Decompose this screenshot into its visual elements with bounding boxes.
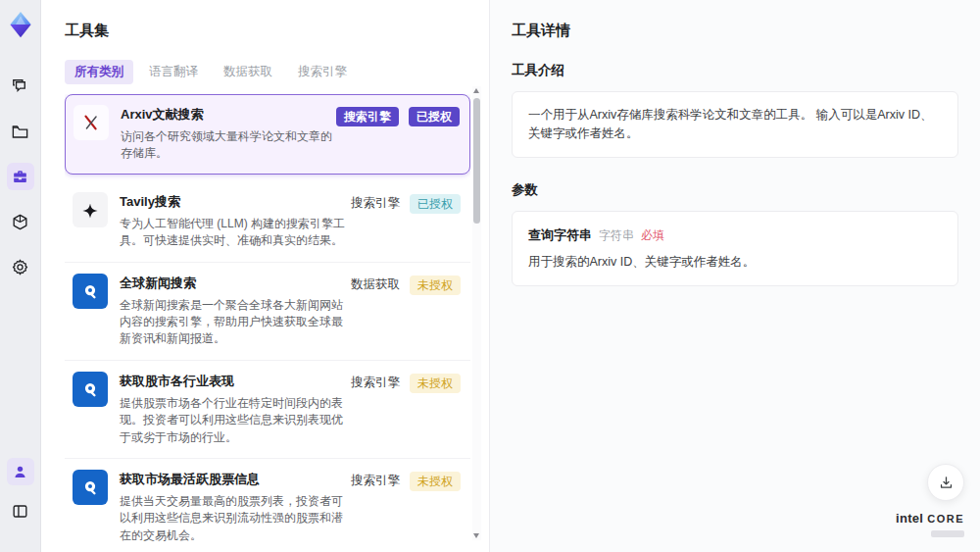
gear-icon[interactable] [7, 253, 34, 280]
app-window: 工具集 所有类别 语言翻译 数据获取 搜索引擎 Arxiv文献搜索 访问各个研究… [0, 0, 980, 552]
tab-all-categories[interactable]: 所有类别 [65, 60, 133, 84]
tool-text: 获取市场最活跃股票信息 提供当天交易量最高的股票列表，投资者可以利用这些信息来识… [120, 470, 351, 544]
tool-name: Tavily搜索 [120, 193, 351, 211]
folder-icon[interactable] [7, 118, 34, 145]
category-label: 搜索引擎 [351, 473, 400, 489]
core-brand-text: CORE [927, 513, 964, 525]
tool-item-global-news[interactable]: 全球新闻搜索 全球新闻搜索是一个聚合全球各大新闻网站内容的搜索引擎，帮助用户快速… [65, 263, 470, 361]
chat-icon[interactable] [7, 73, 34, 100]
param-name: 查询字符串 [528, 226, 592, 245]
tool-description: 提供当天交易量最高的股票列表，投资者可以利用这些信息来识别流动性强的股票和潜在的… [120, 493, 351, 544]
toolbox-icon[interactable] [7, 163, 34, 190]
tab-language-translation[interactable]: 语言翻译 [139, 60, 208, 84]
status-badge: 未授权 [410, 374, 461, 393]
scrollbar-thumb[interactable] [473, 98, 480, 224]
scrollbar[interactable] [472, 86, 481, 540]
intro-text: 一个用于从Arxiv存储库搜索科学论文和文章的工具。 输入可以是Arxiv ID… [528, 108, 933, 140]
blue-search-app-icon [73, 372, 108, 407]
category-tabs: 所有类别 语言翻译 数据获取 搜索引擎 [65, 60, 466, 84]
tool-meta: 搜索引擎 未授权 [351, 372, 461, 393]
status-badge: 未授权 [410, 276, 461, 295]
tool-description: 提供股票市场各个行业在特定时间段内的表现。投资者可以利用这些信息来识别表现优于或… [120, 395, 351, 446]
param-card: 查询字符串 字符串 必填 用于搜索的Arxiv ID、关键字或作者姓名。 [512, 211, 958, 286]
download-icon [938, 475, 955, 491]
param-description: 用于搜索的Arxiv ID、关键字或作者姓名。 [528, 253, 942, 272]
tool-meta: 搜索引擎 未授权 [351, 470, 461, 491]
tool-item-tavily[interactable]: Tavily搜索 专为人工智能代理 (LLM) 构建的搜索引擎工具。可快速提供实… [65, 181, 470, 263]
tool-meta: 搜索引擎 已授权 [336, 105, 460, 126]
tool-text: 获取股市各行业表现 提供股票市场各个行业在特定时间段内的表现。投资者可以利用这些… [120, 372, 351, 446]
param-header: 查询字符串 字符串 必填 [528, 226, 942, 245]
tool-detail-panel: 工具详情 工具介绍 一个用于从Arxiv存储库搜索科学论文和文章的工具。 输入可… [490, 0, 980, 552]
tool-description: 全球新闻搜索是一个聚合全球各大新闻网站内容的搜索引擎，帮助用户快速获取全球最新资… [120, 297, 351, 348]
tool-list: Arxiv文献搜索 访问各个研究领域大量科学论文和文章的存储库。 搜索引擎 已授… [65, 94, 470, 550]
tab-search-engine[interactable]: 搜索引擎 [288, 60, 357, 84]
category-badge: 搜索引擎 [336, 107, 399, 126]
detail-title: 工具详情 [512, 22, 958, 40]
intel-core-logo: intel CORE [896, 512, 964, 540]
intel-brand-text: intel [896, 511, 923, 526]
tool-meta: 数据获取 未授权 [351, 274, 461, 295]
tool-item-sector-performance[interactable]: 获取股市各行业表现 提供股票市场各个行业在特定时间段内的表现。投资者可以利用这些… [65, 361, 470, 459]
page-title: 工具集 [65, 22, 466, 40]
tool-text: Tavily搜索 专为人工智能代理 (LLM) 构建的搜索引擎工具。可快速提供实… [120, 192, 351, 250]
tool-name: 获取市场最活跃股票信息 [120, 471, 351, 488]
left-icon-rail [0, 0, 41, 552]
tool-list-panel: 工具集 所有类别 语言翻译 数据获取 搜索引擎 Arxiv文献搜索 访问各个研究… [41, 0, 490, 552]
tool-description: 访问各个研究领域大量科学论文和文章的存储库。 [121, 128, 336, 163]
tool-name: Arxiv文献搜索 [121, 106, 336, 124]
scroll-down-icon[interactable] [473, 533, 479, 538]
tool-description: 专为人工智能代理 (LLM) 构建的搜索引擎工具。可快速提供实时、准确和真实的结… [120, 216, 351, 250]
tool-name: 获取股市各行业表现 [120, 373, 351, 390]
gem-logo [6, 10, 35, 39]
tavily-sparkle-icon [73, 192, 108, 227]
param-required-badge: 必填 [641, 226, 664, 244]
tool-item-active-stocks[interactable]: 获取市场最活跃股票信息 提供当天交易量最高的股票列表，投资者可以利用这些信息来识… [65, 459, 470, 550]
user-icon[interactable] [7, 458, 34, 485]
params-section-title: 参数 [512, 181, 958, 199]
intro-card: 一个用于从Arxiv存储库搜索科学论文和文章的工具。 输入可以是Arxiv ID… [512, 91, 958, 158]
tool-text: Arxiv文献搜索 访问各个研究领域大量科学论文和文章的存储库。 [121, 105, 336, 163]
cube-icon[interactable] [7, 208, 34, 235]
blue-search-app-icon [73, 274, 108, 309]
category-label: 搜索引擎 [351, 195, 400, 212]
tool-name: 全球新闻搜索 [120, 275, 351, 292]
intel-ultra-mark [931, 530, 964, 537]
scroll-up-icon[interactable] [473, 88, 479, 93]
tool-item-arxiv[interactable]: Arxiv文献搜索 访问各个研究领域大量科学论文和文章的存储库。 搜索引擎 已授… [65, 94, 470, 175]
tool-text: 全球新闻搜索 全球新闻搜索是一个聚合全球各大新闻网站内容的搜索引擎，帮助用户快速… [120, 274, 351, 348]
intro-section-title: 工具介绍 [512, 62, 958, 79]
tab-data-acquisition[interactable]: 数据获取 [214, 60, 282, 84]
arxiv-logo-icon [74, 105, 109, 140]
download-button[interactable] [927, 464, 964, 501]
status-badge: 已授权 [410, 194, 461, 214]
category-label: 搜索引擎 [351, 375, 400, 391]
param-type: 字符串 [599, 226, 634, 244]
blue-search-app-icon [73, 470, 108, 505]
category-label: 数据获取 [351, 276, 400, 293]
tool-meta: 搜索引擎 已授权 [351, 192, 461, 214]
status-badge: 未授权 [410, 472, 461, 491]
panel-toggle-icon[interactable] [7, 497, 34, 525]
status-badge: 已授权 [409, 107, 460, 126]
